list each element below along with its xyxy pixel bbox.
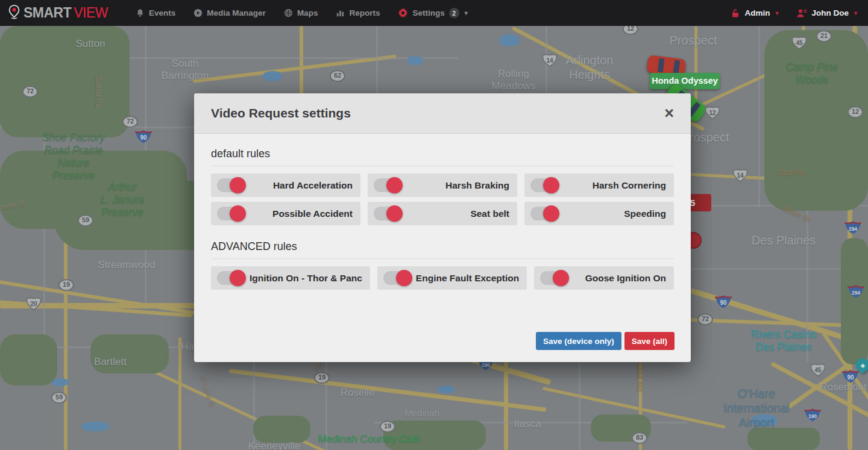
toggle-knob [230,270,246,286]
toggle-switch[interactable] [217,271,245,285]
route-shield-45: 45 [810,363,826,377]
map-water [263,71,282,81]
map-label: Bartlett [94,356,127,368]
toggle-tile-engine-fault-exception[interactable]: Engine Fault Exception [377,266,527,290]
route-shield-90: 90 [714,294,732,309]
toggle-tile-goose-ignition-on[interactable]: Goose Ignition On [534,266,674,290]
toggle-switch[interactable] [530,178,558,192]
route-shield-72: 72 [697,313,713,325]
svg-text:90: 90 [720,299,727,306]
logo-text-smart: SMART [24,5,71,21]
svg-text:14: 14 [737,172,744,179]
toggle-label: Speeding [563,208,666,219]
chevron-down-icon: ▾ [775,10,778,16]
nav-item-label: Media Manager [207,8,266,17]
nav-item-settings[interactable]: Settings 2 ▾ [398,8,467,18]
svg-text:294: 294 [852,290,860,296]
toggle-tile-speeding[interactable]: Speeding [524,202,674,225]
route-shield-90: 90 [134,129,153,144]
nav-item-events[interactable]: Events [136,8,175,17]
svg-text:294: 294 [849,226,857,232]
save-all-button[interactable]: Save (all) [624,332,675,350]
toggle-knob [543,205,559,222]
toggle-tile-harsh-cornering[interactable]: Harsh Cornering [524,173,674,197]
map-park [747,428,820,450]
toggle-label: Possible Accident [250,208,353,219]
top-navbar: SMART VIEW Events Media Manager Maps Rep… [0,0,868,26]
map-pin-icon [8,5,20,22]
route-shield-59: 59 [78,214,93,227]
section-heading-advanced-rules: ADVANCED rules [211,240,674,259]
play-circle-icon [193,8,203,17]
map-label: Sutton [75,38,105,50]
map-label: Busse Rd [635,358,645,392]
toggle-label: Harsh Cornering [563,180,666,191]
toggle-switch[interactable] [217,178,245,192]
toggle-switch[interactable] [383,271,411,285]
map-label: Rivers Casino Des Plaines [741,328,826,354]
toggle-tile-seat-belt[interactable]: Seat belt [368,202,517,225]
route-shield-59: 59 [51,392,67,404]
route-shield-190: 190 [804,407,822,422]
toggle-switch[interactable] [374,178,401,192]
route-shield-19: 19 [380,420,395,433]
nav-item-label: Reports [349,8,380,17]
default-rules-grid: Hard Acceleration Harsh Braking Harsh Co… [211,173,674,225]
map-water [407,56,423,65]
map-park [0,26,130,137]
toggle-tile-hard-acceleration[interactable]: Hard Acceleration [211,173,360,197]
app-logo[interactable]: SMART VIEW [0,5,119,22]
toggle-knob [553,270,569,286]
nav-item-media-manager[interactable]: Media Manager [193,8,266,17]
toggle-label: Harsh Braking [406,180,509,191]
map-wroad [579,362,580,450]
route-shield-72: 72 [122,116,138,128]
toggle-switch[interactable] [540,271,568,285]
route-shield-294: 294 [847,284,865,299]
svg-text:45: 45 [814,367,822,373]
toggle-tile-possible-accident[interactable]: Possible Accident [211,202,360,225]
map-yroad [229,369,547,412]
map-water [52,378,69,386]
map-label: Golf Rd [778,168,804,178]
map-label: O'Hare International Airport [723,386,790,430]
map-label: Keeneyville [248,440,301,450]
map-label: Shoe Factory Road Prairie Nature Preserv… [42,131,105,182]
bar-chart-icon [336,8,345,17]
modal-footer: Save (device only) Save (all) [536,332,675,350]
save-device-only-button[interactable]: Save (device only) [536,332,621,350]
route-shield-20: 20 [26,296,42,311]
route-shield-14: 14 [732,168,749,183]
nav-item-maps[interactable]: Maps [284,8,318,17]
route-shield-21: 21 [816,30,832,42]
route-shield-90: 90 [841,369,860,384]
map-label: Medinah [404,408,439,419]
toggle-switch[interactable] [374,207,401,220]
admin-menu[interactable]: Admin ▾ [731,8,778,18]
map-label: Sutton Rd [94,75,102,107]
user-label: John Doe [811,8,849,17]
bell-icon [136,8,145,17]
user-menu[interactable]: John Doe ▾ [796,8,857,18]
admin-label: Admin [744,8,770,17]
toggle-switch[interactable] [530,207,558,220]
route-shield-62: 62 [330,70,345,82]
map-label: Medinah Country Club [318,433,420,445]
settings-badge: 2 [449,8,459,18]
nav-item-reports[interactable]: Reports [336,8,380,17]
map-water [499,34,520,46]
vehicle-label-badge[interactable]: Honda Odyssey [650,73,720,89]
map-wroad [758,26,760,207]
map-label: W Lake St [199,374,217,408]
section-heading-default-rules: default rules [211,148,674,166]
lock-icon [731,8,740,18]
toggle-tile-ignition-on-thor[interactable]: Ignition On - Thor & Panc [211,266,370,290]
route-shield-12: 12 [623,26,638,35]
toggle-tile-harsh-braking[interactable]: Harsh Braking [368,173,517,197]
close-icon[interactable]: × [664,105,674,122]
video-request-settings-modal: Video Request settings × default rules H… [194,93,691,362]
svg-text:45: 45 [796,40,803,46]
toggle-switch[interactable] [217,207,245,220]
toggle-knob [386,205,403,222]
svg-text:90: 90 [847,374,854,381]
